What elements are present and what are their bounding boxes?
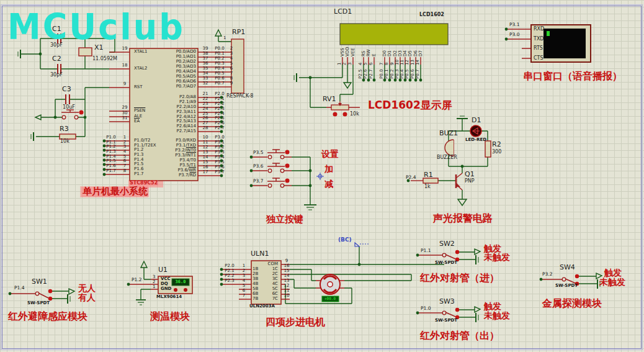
r3-ref: R3 — [60, 125, 69, 133]
net-p1-1: P1.1 — [421, 248, 431, 253]
pot-rv1[interactable] — [331, 101, 349, 117]
serial-caption: 串口窗口（语音播报） — [523, 71, 622, 82]
sw4-off-label: 未触发 — [599, 278, 625, 287]
buz1-part: BUZZER — [437, 155, 457, 160]
u1-part: MLX90614 — [156, 295, 182, 299]
r3-value: 10k — [60, 139, 69, 144]
ir-in-caption: 红外对射管（进） — [420, 273, 499, 284]
alarm-caption: 声光报警电路 — [433, 214, 493, 224]
terminal-pin-cts: CTS — [534, 56, 543, 61]
u1-ref: U1 — [158, 266, 168, 274]
lcd-screen — [340, 24, 448, 45]
resistor-r1[interactable] — [423, 178, 438, 183]
c3-ref: C3 — [62, 86, 71, 93]
sw3-on-label: 触发 — [484, 302, 501, 311]
q1-ref: Q1 — [465, 171, 475, 178]
c2-value: 30pF — [50, 73, 63, 78]
sw4-ref: SW4 — [560, 264, 575, 271]
buz1-ref: BUZ1 — [439, 130, 458, 137]
sw1-off-label: 有人 — [78, 293, 96, 302]
sw3-off-label: 未触发 — [484, 311, 510, 320]
temp-caption: 测温模块 — [150, 312, 190, 322]
sw3-part: SW-SPDT — [435, 318, 457, 323]
terminal-pin-rxd: RXD — [534, 27, 544, 32]
sw4-on-label: 触发 — [604, 268, 622, 278]
key-net-label: P3.7 — [253, 179, 263, 184]
rp1-pin1-num: 1 — [223, 36, 226, 40]
net-p3-2: P3.2 — [542, 272, 552, 277]
net-p1-0: P1.0 — [421, 306, 431, 311]
transistor-q1[interactable] — [456, 173, 462, 190]
net-p1-2: P1.2 — [132, 278, 141, 282]
sw2-part: SW-SPDT — [435, 261, 457, 265]
probe-label: (BC) — [338, 237, 352, 243]
mcu-pin-row: P2.7/A1528P2.7 — [134, 124, 228, 132]
terminal-pin-rts: RTS — [534, 46, 543, 51]
net-p2-4: P2.4 — [406, 175, 416, 180]
terminal-pin-txd: TXD — [534, 37, 544, 42]
sw3-ref: SW3 — [439, 298, 455, 305]
sw1-ref: SW1 — [32, 278, 47, 286]
uln1-ref: ULN1 — [251, 250, 269, 258]
sw2-off-label: 未触发 — [484, 253, 510, 262]
motor-display: +00.0 — [324, 297, 336, 300]
r1-ref: R1 — [424, 171, 433, 179]
ir-out-caption: 红外对射管（出） — [420, 331, 499, 341]
mcu-pin-row: P3.7/RD17P3.7 — [134, 168, 228, 176]
key-net-label: P3.6 — [253, 164, 263, 169]
lcd-ref: LCD1 — [334, 8, 352, 16]
r1-value: 1k — [424, 184, 431, 189]
d1-ref: D1 — [472, 117, 481, 124]
sw1-part: SW-SPDT — [27, 301, 50, 305]
sw1-on-label: 无人 — [78, 284, 96, 293]
temp-display: 36.0 — [176, 280, 186, 284]
rv1-value: 10k — [350, 112, 359, 117]
q1-part: PNP — [465, 179, 475, 184]
rp1-ref: RP1 — [232, 29, 245, 36]
led-d1[interactable] — [470, 125, 481, 137]
net-p3-0: P3.0 — [509, 32, 519, 37]
r2-value: 300 — [492, 150, 501, 155]
d1-part: LED-RED — [465, 138, 486, 142]
switch-sw1[interactable] — [35, 289, 52, 300]
power-arrow-left-icon — [35, 115, 41, 120]
lcd-part: LCD1602 — [419, 12, 444, 17]
net-p3-1: P3.1 — [509, 22, 519, 27]
c3-value: 10uF — [63, 105, 75, 110]
uln1-part: ULN2003A — [249, 304, 275, 309]
watermark: MCUclub — [7, 9, 185, 47]
mcu-pin-row: P0.7/AD732P0.79 — [134, 79, 235, 87]
r2-ref: R2 — [492, 141, 501, 148]
metal-caption: 金属探测模块 — [542, 299, 602, 309]
keys-caption: 独立按键 — [266, 215, 303, 225]
capacitor-c3[interactable] — [66, 94, 69, 104]
key-function-label: 减 — [324, 179, 333, 189]
resistor-r2[interactable] — [485, 141, 491, 157]
u1-num-1: 1 — [153, 285, 155, 289]
crystal-x1[interactable] — [79, 48, 92, 56]
mcu-caption: 单片机最小系统 — [81, 187, 149, 197]
rv1-ref: RV1 — [323, 96, 336, 103]
key-function-label: 加 — [324, 165, 333, 174]
buzzer-buz1[interactable] — [445, 140, 454, 156]
net-p1-4: P1.4 — [14, 286, 24, 291]
u1-pin-gnd: GND — [161, 287, 171, 291]
voltage-probe — [355, 243, 369, 246]
sw2-ref: SW2 — [439, 240, 455, 248]
c1-ref: C1 — [52, 25, 61, 33]
key-function-label: 设置 — [321, 150, 339, 159]
stepper-caption: 四项步进电机 — [266, 317, 325, 328]
schematic-canvas: MCUclub C1 30pF C2 30pF X1 11.0592M C3 1… — [0, 0, 644, 352]
ir-avoid-caption: 红外避障感应模块 — [8, 312, 87, 322]
uln-pin-row: 7C10 — [253, 292, 293, 299]
c1-value: 30pF — [50, 43, 63, 48]
rp1-part: RESPACK-8 — [226, 94, 253, 99]
sw4-part: SW-SPDT — [555, 284, 578, 288]
c2-ref: C2 — [52, 55, 61, 63]
lcd-caption: LCD1602显示屏 — [368, 100, 452, 111]
key-net-label: P3.5 — [253, 150, 263, 155]
origin-marker-icon — [316, 173, 324, 180]
